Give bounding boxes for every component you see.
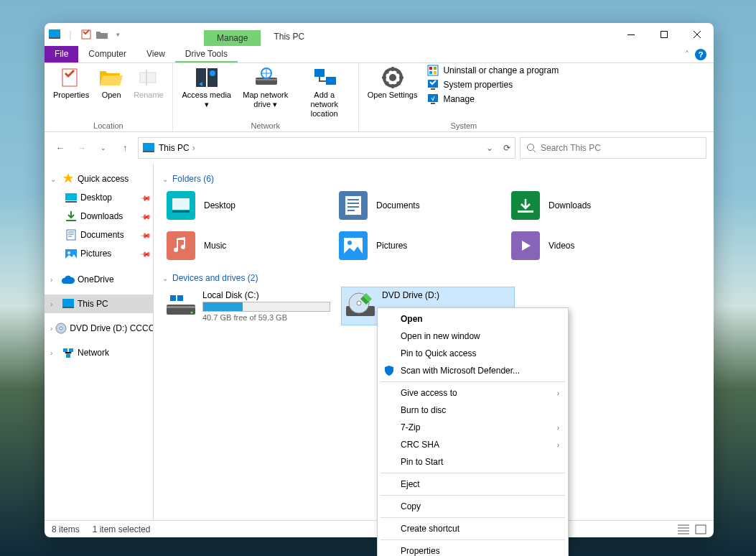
map-drive-button[interactable]: Map network drive ▾ (236, 65, 295, 111)
folder-videos[interactable]: Videos (507, 228, 672, 263)
drive-local-c[interactable]: Local Disk (C:) 40.7 GB free of 59.3 GB (162, 287, 335, 325)
open-button[interactable]: Open (93, 65, 129, 101)
svg-rect-52 (177, 295, 183, 301)
tree-quick-access[interactable]: ⌄Quick access (45, 170, 153, 188)
ctx-open[interactable]: Open (379, 310, 566, 328)
tab-drive-tools[interactable]: Drive Tools (175, 46, 238, 62)
minimize-button[interactable] (615, 23, 648, 46)
pin-icon: 📌 (140, 210, 151, 222)
view-large-icons-icon[interactable] (695, 524, 706, 534)
svg-point-17 (389, 74, 396, 81)
pin-icon: 📌 (140, 192, 151, 203)
ctx-open-new-window[interactable]: Open in new window (379, 328, 566, 345)
svg-rect-32 (66, 220, 76, 221)
ctx-pin-start[interactable]: Pin to Start (379, 453, 566, 471)
tree-dvd-drive[interactable]: ›DVD Drive (D:) CCCC (45, 319, 153, 338)
folder-pictures[interactable]: Pictures (335, 228, 500, 263)
svg-rect-26 (431, 103, 435, 104)
navigation-tree: ⌄Quick access Desktop📌 Downloads📌 Docume… (45, 164, 154, 520)
drive-free-text: 40.7 GB free of 59.3 GB (202, 313, 330, 322)
tree-desktop[interactable]: Desktop📌 (45, 188, 153, 207)
ctx-crc-sha[interactable]: CRC SHA› (379, 436, 566, 453)
tree-network[interactable]: ›Network (45, 343, 153, 362)
qat-dropdown-icon[interactable]: ▾ (111, 27, 125, 42)
qat-properties-icon[interactable] (79, 27, 93, 42)
svg-rect-30 (65, 193, 77, 200)
help-icon[interactable]: ? (695, 49, 706, 60)
svg-rect-3 (627, 34, 635, 35)
folder-desktop[interactable]: Desktop (162, 188, 327, 223)
svg-rect-46 (518, 210, 533, 213)
ctx-create-shortcut[interactable]: Create shortcut (379, 520, 566, 537)
status-selection: 1 item selected (93, 524, 151, 534)
tree-downloads[interactable]: Downloads📌 (45, 207, 153, 226)
svg-rect-7 (146, 70, 147, 85)
tab-file[interactable]: File (45, 46, 78, 62)
svg-rect-2 (82, 30, 90, 39)
svg-rect-15 (326, 77, 336, 85)
svg-rect-6 (140, 73, 156, 83)
tab-computer[interactable]: Computer (78, 46, 136, 62)
svg-rect-42 (66, 354, 70, 358)
svg-rect-19 (429, 67, 432, 70)
svg-rect-27 (143, 143, 154, 151)
folder-documents[interactable]: Documents (335, 188, 500, 223)
svg-point-29 (528, 144, 534, 151)
svg-rect-44 (172, 210, 190, 213)
svg-rect-31 (65, 201, 77, 203)
forward-button: → (73, 139, 90, 157)
ctx-properties[interactable]: Properties (379, 542, 566, 556)
up-button[interactable]: ↑ (116, 139, 134, 157)
svg-rect-20 (434, 67, 437, 70)
drive-usage-bar (202, 302, 330, 312)
tab-view[interactable]: View (136, 46, 175, 62)
add-network-location-button[interactable]: Add a network location (295, 65, 354, 120)
breadcrumb[interactable]: This PC (159, 143, 190, 153)
svg-rect-21 (429, 71, 432, 74)
ctx-give-access[interactable]: Give access to› (379, 384, 566, 402)
system-properties-button[interactable]: System properties (427, 79, 559, 91)
app-icon (47, 27, 62, 42)
contextual-tab-manage[interactable]: Manage (204, 30, 261, 46)
ctx-pin-quick-access[interactable]: Pin to Quick access (379, 345, 566, 362)
back-button[interactable]: ← (52, 139, 69, 157)
ctx-copy[interactable]: Copy (379, 498, 566, 515)
collapse-ribbon-icon[interactable]: ˄ (685, 50, 689, 60)
folder-downloads[interactable]: Downloads (507, 188, 672, 223)
ctx-7zip[interactable]: 7-Zip› (379, 419, 566, 436)
svg-rect-5 (62, 69, 77, 86)
group-header-drives[interactable]: ⌄Devices and drives (2) (162, 273, 705, 283)
recent-locations-button[interactable]: ⌄ (95, 139, 112, 157)
ribbon-group-network: Access media ▾ Map network drive ▾ Add a… (173, 63, 359, 131)
address-dropdown-icon[interactable]: ⌄ (486, 143, 493, 153)
search-input[interactable]: Search This PC (520, 137, 706, 159)
navigation-bar: ← → ⌄ ↑ This PC› ⌄ ⟳ Search This PC (45, 132, 714, 164)
maximize-button[interactable] (648, 23, 681, 46)
qat-folder-icon[interactable] (95, 27, 109, 42)
ribbon: Properties Open Rename Location Access m… (45, 63, 714, 132)
tree-documents[interactable]: Documents📌 (45, 226, 153, 244)
ctx-eject[interactable]: Eject (379, 476, 566, 493)
access-media-button[interactable]: Access media ▾ (177, 65, 236, 111)
refresh-icon[interactable]: ⟳ (503, 143, 510, 153)
chevron-right-icon: › (557, 441, 559, 449)
address-bar[interactable]: This PC› ⌄ ⟳ (138, 137, 515, 159)
close-button[interactable] (681, 23, 714, 46)
folder-music[interactable]: Music (162, 228, 327, 263)
uninstall-program-button[interactable]: Uninstall or change a program (427, 65, 559, 76)
ctx-burn-disc[interactable]: Burn to disc (379, 402, 566, 419)
group-header-folders[interactable]: ⌄Folders (6) (162, 174, 705, 184)
svg-rect-0 (49, 29, 60, 37)
view-details-icon[interactable] (678, 524, 689, 534)
tree-this-pc[interactable]: ›This PC (45, 295, 153, 313)
svg-rect-41 (69, 348, 73, 352)
pin-icon: 📌 (140, 248, 151, 259)
open-settings-button[interactable]: Open Settings (363, 65, 422, 101)
ctx-scan-defender[interactable]: Scan with Microsoft Defender... (379, 362, 566, 379)
tree-pictures[interactable]: Pictures📌 (45, 244, 153, 263)
tree-onedrive[interactable]: ›OneDrive (45, 270, 153, 289)
svg-point-48 (347, 241, 352, 245)
svg-rect-14 (314, 69, 325, 77)
properties-button[interactable]: Properties (49, 65, 93, 101)
manage-button[interactable]: Manage (427, 93, 559, 105)
